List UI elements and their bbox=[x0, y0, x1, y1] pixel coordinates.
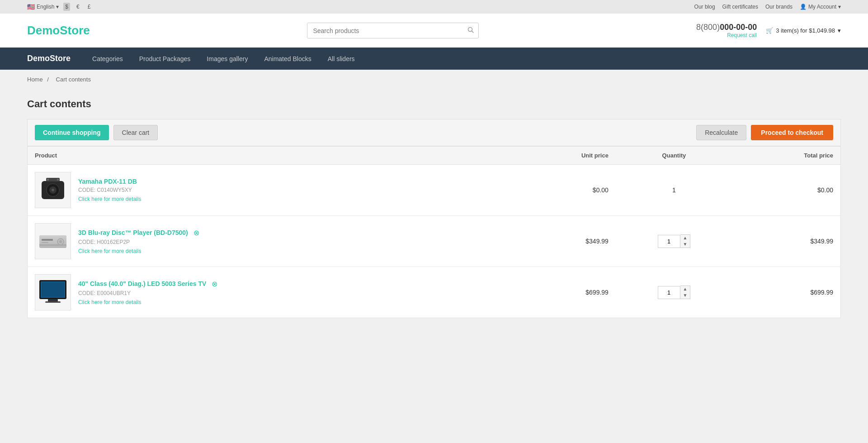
request-call-link[interactable]: Request call bbox=[696, 32, 757, 38]
quantity-up-button[interactable]: ▲ bbox=[680, 286, 690, 292]
nav-item-categories[interactable]: Categories bbox=[84, 49, 131, 69]
currency-gbp[interactable]: £ bbox=[86, 3, 93, 11]
product-name-link[interactable]: 40" Class (40.0" Diag.) LED 5003 Series … bbox=[78, 280, 206, 287]
product-details-block: 40" Class (40.0" Diag.) LED 5003 Series … bbox=[78, 280, 217, 305]
phone-main: 000-00-00 bbox=[720, 23, 757, 32]
product-name-row: Yamaha PDX-11 DB bbox=[78, 178, 141, 185]
svg-line-1 bbox=[472, 31, 474, 33]
our-brands-link[interactable]: Our brands bbox=[765, 4, 793, 10]
my-account-link[interactable]: 👤 My Account ▾ bbox=[800, 4, 841, 10]
cart-actions-top: Continue shopping Clear cart Recalculate… bbox=[27, 119, 841, 146]
unit-price-cell: $0.00 bbox=[514, 165, 616, 216]
remove-product-icon[interactable]: ⊗ bbox=[193, 229, 199, 237]
unit-price-cell: $349.99 bbox=[514, 216, 616, 267]
quantity-up-button[interactable]: ▲ bbox=[680, 235, 690, 241]
breadcrumb-separator: / bbox=[47, 76, 49, 83]
logo[interactable]: DemoStore bbox=[27, 24, 90, 38]
top-bar-right: Our blog Gift certificates Our brands 👤 … bbox=[694, 4, 841, 10]
nav-logo-store: Store bbox=[50, 54, 71, 63]
nav-item-animated-blocks[interactable]: Animated Blocks bbox=[256, 49, 319, 69]
quantity-input[interactable] bbox=[658, 286, 680, 299]
product-name-link[interactable]: Yamaha PDX-11 DB bbox=[78, 178, 137, 185]
svg-rect-19 bbox=[48, 299, 58, 301]
cart-table: Product Unit price Quantity Total price … bbox=[27, 146, 841, 318]
currency-eur[interactable]: € bbox=[75, 3, 81, 11]
cart-dropdown-icon: ▾ bbox=[838, 27, 841, 34]
product-image bbox=[35, 274, 71, 310]
product-details-link[interactable]: Click here for more details bbox=[78, 196, 141, 202]
total-price-cell: $699.99 bbox=[732, 267, 840, 318]
search-bar bbox=[307, 23, 479, 38]
svg-point-14 bbox=[59, 240, 62, 243]
currency-usd[interactable]: $ bbox=[63, 3, 70, 11]
product-info-wrapper: 40" Class (40.0" Diag.) LED 5003 Series … bbox=[35, 274, 506, 310]
product-name-link[interactable]: 3D Blu-ray Disc™ Player (BD-D7500) bbox=[78, 229, 188, 236]
svg-rect-12 bbox=[42, 242, 48, 243]
quantity-down-button[interactable]: ▼ bbox=[680, 292, 690, 299]
cart-icon: 🛒 bbox=[766, 27, 773, 34]
product-code: CODE: H00162EP2P bbox=[78, 239, 199, 245]
quantity-buttons: ▲▼ bbox=[680, 286, 691, 299]
search-input[interactable] bbox=[307, 24, 463, 38]
quantity-input[interactable] bbox=[658, 235, 680, 248]
product-info-wrapper: 3D Blu-ray Disc™ Player (BD-D7500)⊗CODE:… bbox=[35, 223, 506, 259]
table-row: 40" Class (40.0" Diag.) LED 5003 Series … bbox=[28, 267, 841, 318]
logo-store: Store bbox=[60, 24, 90, 37]
account-label: My Account bbox=[808, 4, 836, 10]
language-selector[interactable]: 🇺🇸 English ▾ bbox=[27, 3, 59, 10]
proceed-to-checkout-button[interactable]: Proceed to checkout bbox=[751, 125, 833, 140]
cart-block[interactable]: 🛒 3 item(s) for $1,049.98 ▾ bbox=[766, 27, 841, 34]
top-bar: 🇺🇸 English ▾ $ € £ Our blog Gift certifi… bbox=[0, 0, 868, 14]
header: DemoStore 8(800)000-00-00 Request call 🛒… bbox=[0, 14, 868, 48]
quantity-down-button[interactable]: ▼ bbox=[680, 241, 690, 248]
quantity-text: 1 bbox=[672, 186, 676, 194]
product-details-block: 3D Blu-ray Disc™ Player (BD-D7500)⊗CODE:… bbox=[78, 229, 199, 254]
nav-logo[interactable]: DemoStore bbox=[27, 48, 80, 70]
product-cell-3: 40" Class (40.0" Diag.) LED 5003 Series … bbox=[28, 267, 514, 318]
unit-price-cell: $699.99 bbox=[514, 267, 616, 318]
cart-label: 3 item(s) for $1,049.98 bbox=[776, 27, 835, 34]
table-row: Yamaha PDX-11 DBCODE: C0140WY5XYClick he… bbox=[28, 165, 841, 216]
quantity-buttons: ▲▼ bbox=[680, 234, 691, 248]
logo-demo: Demo bbox=[27, 24, 60, 37]
main-content: Cart contents Continue shopping Clear ca… bbox=[0, 89, 868, 336]
svg-rect-21 bbox=[42, 282, 64, 297]
product-info-wrapper: Yamaha PDX-11 DBCODE: C0140WY5XYClick he… bbox=[35, 172, 506, 208]
nav-item-product-packages[interactable]: Product Packages bbox=[131, 49, 199, 69]
col-unit-price: Unit price bbox=[514, 147, 616, 165]
our-blog-link[interactable]: Our blog bbox=[694, 4, 715, 10]
product-details-link[interactable]: Click here for more details bbox=[78, 299, 217, 305]
quantity-cell: ▲▼ bbox=[616, 216, 732, 267]
main-nav: DemoStore Categories Product Packages Im… bbox=[0, 48, 868, 70]
nav-item-images-gallery[interactable]: Images gallery bbox=[198, 49, 256, 69]
quantity-control: 1 bbox=[623, 186, 725, 194]
search-button[interactable] bbox=[463, 23, 478, 38]
remove-product-icon[interactable]: ⊗ bbox=[212, 280, 217, 288]
gift-certificates-link[interactable]: Gift certificates bbox=[722, 4, 758, 10]
col-total-price: Total price bbox=[732, 147, 840, 165]
svg-rect-8 bbox=[57, 179, 59, 181]
svg-rect-11 bbox=[42, 239, 53, 241]
phone-number: 8(800)000-00-00 bbox=[696, 23, 757, 32]
total-price-cell: $349.99 bbox=[732, 216, 840, 267]
nav-item-all-sliders[interactable]: All sliders bbox=[320, 49, 363, 69]
product-code: CODE: C0140WY5XY bbox=[78, 187, 141, 193]
product-cell-1: Yamaha PDX-11 DBCODE: C0140WY5XYClick he… bbox=[28, 165, 514, 216]
continue-shopping-button[interactable]: Continue shopping bbox=[35, 125, 109, 140]
product-name-row: 40" Class (40.0" Diag.) LED 5003 Series … bbox=[78, 280, 217, 288]
svg-rect-7 bbox=[47, 179, 49, 181]
recalculate-button[interactable]: Recalculate bbox=[696, 125, 746, 140]
quantity-control: ▲▼ bbox=[623, 234, 725, 248]
account-icon: 👤 bbox=[800, 4, 807, 10]
breadcrumb-home[interactable]: Home bbox=[27, 76, 43, 83]
quantity-cell: ▲▼ bbox=[616, 267, 732, 318]
search-icon bbox=[467, 27, 474, 33]
top-bar-left: 🇺🇸 English ▾ $ € £ bbox=[27, 3, 92, 11]
clear-cart-button[interactable]: Clear cart bbox=[113, 125, 158, 140]
header-right: 8(800)000-00-00 Request call 🛒 3 item(s)… bbox=[696, 23, 841, 38]
product-details-link[interactable]: Click here for more details bbox=[78, 248, 199, 254]
product-details-block: Yamaha PDX-11 DBCODE: C0140WY5XYClick he… bbox=[78, 178, 141, 202]
page-title: Cart contents bbox=[27, 98, 841, 110]
table-row: 3D Blu-ray Disc™ Player (BD-D7500)⊗CODE:… bbox=[28, 216, 841, 267]
product-name-row: 3D Blu-ray Disc™ Player (BD-D7500)⊗ bbox=[78, 229, 199, 237]
